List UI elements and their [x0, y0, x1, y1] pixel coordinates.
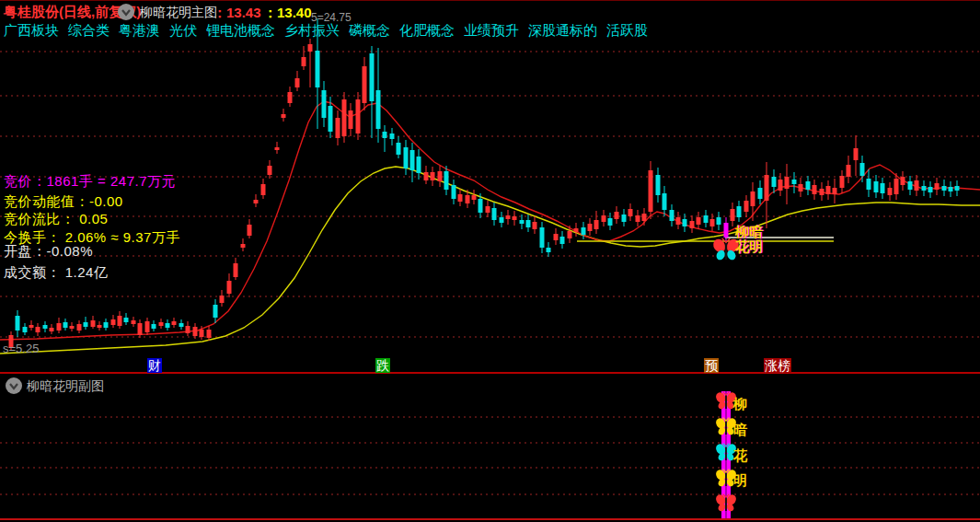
concept-tag[interactable]: 锂电池概念 [206, 22, 275, 38]
stat-line: 成交额： 1.24亿 [4, 264, 108, 282]
concept-tag[interactable]: 业绩预升 [464, 22, 519, 38]
concept-tag[interactable]: 广西板块 [4, 22, 59, 38]
chevron-down-icon [6, 377, 22, 394]
concept-tags-row: 广西板块综合类粤港澳光伏锂电池概念乡村振兴磷概念化肥概念业绩预升深股通标的活跃股 [4, 22, 657, 40]
concept-tag[interactable]: 磷概念 [349, 22, 390, 38]
shortcut-tab-预[interactable]: 预 [704, 358, 719, 373]
sub-signal-char: 柳 [733, 396, 747, 413]
collapse-main-panel-button[interactable] [118, 4, 134, 20]
collapse-sub-panel-button[interactable] [6, 377, 22, 394]
shortcut-tab-财[interactable]: 财 [147, 358, 162, 373]
concept-tag[interactable]: 粤港澳 [119, 22, 160, 38]
stat-line: 竞价动能值：-0.00 [4, 193, 123, 211]
concept-tag[interactable]: 深股通标的 [528, 22, 597, 38]
signal-word-2: 花明 [735, 238, 763, 256]
concept-tag[interactable]: 综合类 [68, 22, 110, 38]
stat-line: 竞价：1861手 = 247.7万元 [4, 173, 176, 191]
sub-signal-char: 花 [733, 447, 747, 465]
shortcut-tab-跌[interactable]: 跌 [375, 358, 390, 373]
concept-tag[interactable]: 活跃股 [606, 22, 648, 38]
concept-tag[interactable]: 乡村振兴 [284, 22, 340, 38]
low-price-label: s=5.25 [3, 342, 39, 355]
trading-app-window: 粤桂股份(日线,前复权) 柳暗花明主图 ：13.43 ：13.40 广西板块综合… [0, 0, 980, 522]
sub-signal-char: 明 [733, 472, 747, 490]
concept-tag[interactable]: 光伏 [169, 22, 197, 38]
stat-line: 开盘：-0.08% [4, 243, 93, 261]
chevron-down-icon [118, 4, 134, 20]
stat-line: 竞价流比： 0.05 [4, 211, 108, 228]
chart-canvas[interactable] [0, 0, 980, 522]
shortcut-tab-涨榜[interactable]: 涨榜 [764, 358, 791, 373]
concept-tag[interactable]: 化肥概念 [399, 22, 455, 38]
sub-signal-char: 暗 [733, 422, 747, 439]
